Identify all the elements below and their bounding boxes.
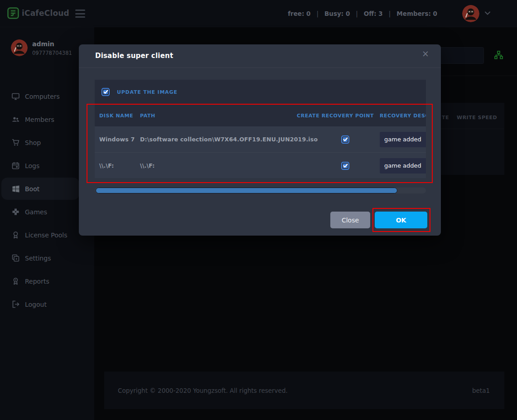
table-row: \\.\F: \\.\F: <box>95 152 426 178</box>
modal-header: Disable super client × <box>79 44 441 68</box>
ok-button[interactable]: OK <box>375 212 427 228</box>
version-label: beta1 <box>472 387 490 394</box>
column-header-path: PATH <box>140 105 155 126</box>
copyright-text: Copyright © 2000-2020 Youngzsoft. All ri… <box>118 387 288 394</box>
chevron-down-icon[interactable] <box>484 11 491 15</box>
sidebar-item-label: Logs <box>25 162 39 169</box>
sidebar-item-logout[interactable]: Logout <box>0 293 94 316</box>
brand-name: iCafeCloud <box>22 9 69 18</box>
status-free: free: 0 <box>288 10 310 17</box>
ninja-avatar-icon <box>462 5 479 22</box>
logs-icon <box>11 161 20 170</box>
horizontal-scrollbar-thumb[interactable] <box>96 188 397 193</box>
close-icon[interactable]: × <box>420 48 431 59</box>
column-header-create-recovery-point: CREATE RECOVERY POINT <box>297 105 374 126</box>
sidebar-item-label: Boot <box>25 185 39 193</box>
session-status: free: 0 | Busy: 0 | Off: 3 | Members: 0 <box>288 0 437 27</box>
sidebar-item-reports[interactable]: Reports <box>0 270 94 293</box>
sidebar-item-label: Logout <box>25 301 47 308</box>
computers-icon <box>11 92 20 101</box>
sidebar-item-settings[interactable]: Settings <box>0 246 94 270</box>
avatar <box>11 39 28 56</box>
sidebar-user: admin 097778704381 <box>11 39 72 56</box>
disable-super-client-modal: Disable super client × UPDATE THE IMAGE … <box>79 44 441 236</box>
reports-icon <box>11 277 20 285</box>
recovery-desc-input[interactable] <box>380 158 426 174</box>
column-header-recovery-desc: RECOVERY DESC <box>380 105 426 126</box>
status-separator: | <box>317 10 319 17</box>
shop-icon <box>11 138 20 147</box>
footer: Copyright © 2000-2020 Youngzsoft. All ri… <box>104 372 504 409</box>
ninja-avatar-icon <box>11 39 28 56</box>
bg-column-header: TE <box>442 115 449 124</box>
table-row: Windows 7 D:\software collection\W7X64.O… <box>95 126 426 152</box>
bg-column-header: WRITE SPEED <box>457 115 502 124</box>
status-busy: Busy: 0 <box>324 10 350 17</box>
column-header-disk-name: DISK NAME <box>99 105 133 126</box>
menu-icon[interactable] <box>75 10 85 18</box>
user-name: admin <box>32 39 72 48</box>
disk-name-cell: Windows 7 <box>99 126 135 152</box>
license-pools-icon <box>11 231 20 239</box>
icafecloud-logo-icon <box>7 7 19 19</box>
status-off: Off: 3 <box>364 10 383 17</box>
sidebar-item-label: Shop <box>25 139 41 146</box>
close-button[interactable]: Close <box>330 212 370 228</box>
update-image-label: UPDATE THE IMAGE <box>117 89 178 95</box>
sidebar-item-label: Members <box>25 116 54 123</box>
recovery-desc-input[interactable] <box>380 132 426 147</box>
sidebar-item-label: Settings <box>25 255 51 262</box>
recovery-desc-field-wrap <box>380 153 426 179</box>
disk-table-header-row: DISK NAME PATH CREATE RECOVERY POINT REC… <box>95 105 426 126</box>
user-id: 097778704381 <box>32 50 72 56</box>
brand: iCafeCloud <box>7 7 69 19</box>
network-icon[interactable] <box>494 50 503 60</box>
recovery-point-checkbox[interactable] <box>329 153 361 179</box>
sidebar-item-label: Games <box>25 208 47 216</box>
horizontal-scrollbar-track[interactable] <box>95 188 426 193</box>
topbar: iCafeCloud free: 0 | Busy: 0 | Off: 3 | … <box>0 0 517 27</box>
boot-icon <box>11 184 20 193</box>
path-cell: \\.\F: <box>140 153 155 179</box>
sidebar-item-label: Reports <box>25 278 49 285</box>
disk-table: DISK NAME PATH CREATE RECOVERY POINT REC… <box>95 105 426 223</box>
sidebar-item-label: Computers <box>25 93 60 100</box>
status-separator: | <box>356 10 358 17</box>
status-separator: | <box>389 10 391 17</box>
disk-name-cell: \\.\F: <box>99 153 114 179</box>
modal-title: Disable super client <box>95 52 173 60</box>
sidebar-item-label: License Pools <box>25 232 68 239</box>
status-members: Members: 0 <box>396 10 437 17</box>
recovery-desc-field-wrap <box>380 126 426 152</box>
settings-icon <box>11 254 20 262</box>
recovery-point-checkbox[interactable] <box>329 126 361 152</box>
user-avatar[interactable] <box>462 5 479 22</box>
update-image-section: UPDATE THE IMAGE <box>95 80 426 104</box>
members-icon <box>11 115 20 124</box>
games-icon <box>11 208 20 216</box>
logout-icon <box>11 300 20 309</box>
path-cell: D:\software collection\W7X64.OFF19.ENU.J… <box>140 126 318 152</box>
update-image-checkbox[interactable] <box>101 88 110 96</box>
